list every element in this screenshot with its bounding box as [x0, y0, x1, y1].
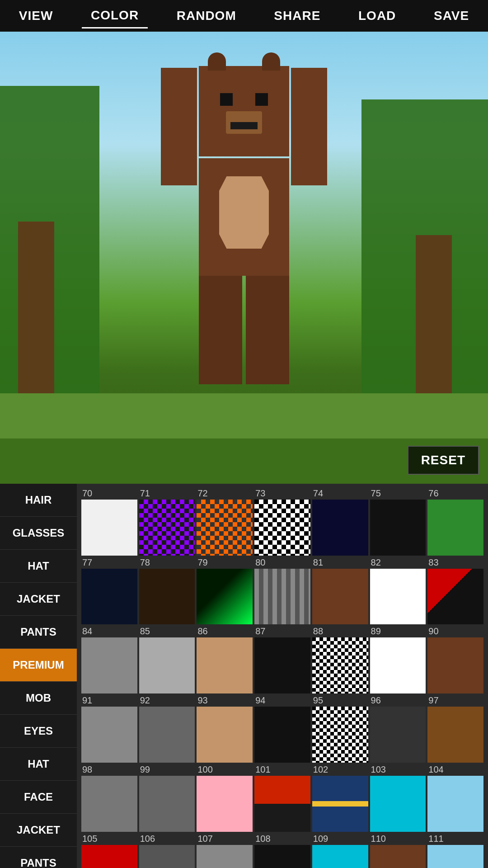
skin-cell[interactable]: 83	[427, 557, 483, 625]
skin-thumbnail	[370, 845, 426, 868]
skin-cell[interactable]: 96	[370, 695, 426, 763]
skin-cell[interactable]: 82	[370, 557, 426, 625]
nav-item-view[interactable]: VIEW	[10, 4, 62, 28]
character-viewport: RESET	[0, 32, 488, 484]
skin-cell[interactable]: 105	[81, 834, 137, 868]
sidebar-item-eyes[interactable]: EYES	[0, 715, 77, 748]
skin-cell[interactable]: 90	[427, 626, 483, 693]
skin-number: 100	[197, 764, 212, 775]
skin-number: 74	[312, 488, 323, 499]
skin-thumbnail	[312, 500, 368, 556]
skin-thumbnail	[427, 776, 483, 832]
skin-cell[interactable]: 91	[81, 695, 137, 763]
skin-cell[interactable]: 102	[312, 764, 368, 832]
skin-cell[interactable]: 101	[254, 764, 310, 832]
skin-cell[interactable]: 86	[197, 626, 253, 693]
skin-cell[interactable]: 75	[370, 488, 426, 556]
skin-cell[interactable]: 98	[81, 764, 137, 832]
skin-number: 75	[370, 488, 381, 499]
skin-cell[interactable]: 104	[427, 764, 483, 832]
sidebar-item-premium[interactable]: PREMIUM	[0, 649, 77, 682]
skin-cell[interactable]: 70	[81, 488, 137, 556]
skin-cell[interactable]: 79	[197, 557, 253, 625]
skin-cell[interactable]: 99	[139, 764, 195, 832]
skin-number: 103	[370, 764, 386, 775]
skin-number: 73	[254, 488, 265, 499]
nav-item-random[interactable]: RANDOM	[168, 4, 245, 28]
nav-item-save[interactable]: SAVE	[425, 4, 478, 28]
skin-cell[interactable]: 77	[81, 557, 137, 625]
skin-number: 107	[197, 834, 212, 844]
sidebar-item-jacket[interactable]: JACKET	[0, 583, 77, 616]
skin-cell[interactable]: 74	[312, 488, 368, 556]
skin-cell[interactable]: 107	[197, 834, 253, 868]
skin-thumbnail	[254, 845, 310, 868]
skin-number: 78	[139, 557, 150, 568]
skin-cell[interactable]: 80	[254, 557, 310, 625]
skin-cell[interactable]: 78	[139, 557, 195, 625]
skin-thumbnail	[139, 845, 195, 868]
skin-number: 79	[197, 557, 207, 568]
skin-number: 90	[427, 626, 438, 637]
skin-cell[interactable]: 92	[139, 695, 195, 763]
skin-cell[interactable]: 106	[139, 834, 195, 868]
sidebar-item-hat[interactable]: HAT	[0, 550, 77, 583]
skin-cell[interactable]: 111	[427, 834, 483, 868]
skin-thumbnail	[254, 637, 310, 693]
skin-cell[interactable]: 76	[427, 488, 483, 556]
skin-cell[interactable]: 88	[312, 626, 368, 693]
skin-number: 88	[312, 626, 323, 637]
skin-number: 97	[427, 695, 438, 706]
sidebar-item-hair[interactable]: HAIR	[0, 484, 77, 517]
reset-button[interactable]: RESET	[408, 446, 479, 475]
skin-cell[interactable]: 72	[197, 488, 253, 556]
skin-cell[interactable]: 71	[139, 488, 195, 556]
character-legs	[199, 276, 289, 384]
skin-thumbnail	[427, 637, 483, 693]
skin-cell[interactable]: 84	[81, 626, 137, 693]
sidebar-item-face[interactable]: FACE	[0, 781, 77, 814]
skin-cell[interactable]: 110	[370, 834, 426, 868]
skin-number: 71	[139, 488, 150, 499]
skin-thumbnail	[370, 707, 426, 763]
skin-cell[interactable]: 87	[254, 626, 310, 693]
skin-cell[interactable]: 81	[312, 557, 368, 625]
skin-thumbnail	[139, 707, 195, 763]
skin-number: 92	[139, 695, 150, 706]
nav-item-color[interactable]: COLOR	[82, 4, 148, 28]
skin-cell[interactable]: 95	[312, 695, 368, 763]
skin-cell[interactable]: 73	[254, 488, 310, 556]
character-body	[199, 158, 289, 276]
skin-number: 101	[254, 764, 270, 775]
sidebar-item-mob[interactable]: MOB	[0, 682, 77, 715]
skin-thumbnail	[81, 569, 137, 625]
skin-cell[interactable]: 97	[427, 695, 483, 763]
skin-thumbnail	[81, 707, 137, 763]
skin-cell[interactable]: 89	[370, 626, 426, 693]
skin-cell[interactable]: 108	[254, 834, 310, 868]
skin-thumbnail	[197, 776, 253, 832]
sidebar-item-jacket2[interactable]: JACKET	[0, 814, 77, 847]
skin-cell[interactable]: 94	[254, 695, 310, 763]
skin-thumbnail	[139, 637, 195, 693]
sidebar-item-glasses[interactable]: GLASSES	[0, 517, 77, 550]
skin-cell[interactable]: 100	[197, 764, 253, 832]
skin-number: 109	[312, 834, 328, 844]
skin-number: 87	[254, 626, 265, 637]
sidebar-item-pants[interactable]: PANTS	[0, 616, 77, 649]
nav-item-share[interactable]: SHARE	[265, 4, 329, 28]
skin-cell[interactable]: 103	[370, 764, 426, 832]
skin-number: 111	[427, 834, 443, 844]
skin-thumbnail	[139, 500, 195, 556]
skin-cell[interactable]: 109	[312, 834, 368, 868]
skin-cell[interactable]: 93	[197, 695, 253, 763]
sidebar-item-hat2[interactable]: HAT	[0, 748, 77, 781]
nav-item-load[interactable]: LOAD	[349, 4, 405, 28]
skin-cell[interactable]: 85	[139, 626, 195, 693]
skin-thumbnail	[197, 637, 253, 693]
sidebar-item-pants2[interactable]: PANTS	[0, 847, 77, 868]
sidebar: HAIRGLASSESHATJACKETPANTSPREMIUMMOBEYESH…	[0, 484, 77, 868]
skin-thumbnail	[312, 569, 368, 625]
skin-thumbnail	[81, 776, 137, 832]
arm-left	[161, 68, 197, 185]
